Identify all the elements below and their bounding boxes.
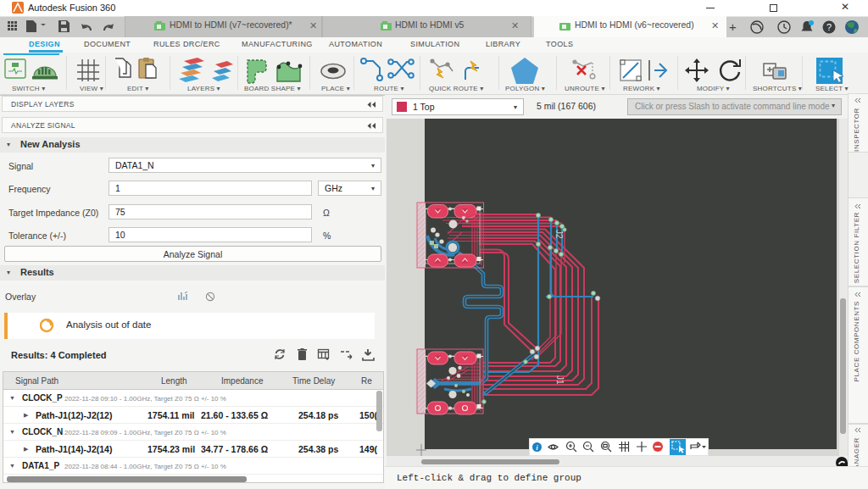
svg-text:J2: J2 (554, 230, 564, 239)
svg-text:J1: J1 (555, 375, 565, 385)
svg-text:?: ? (826, 22, 832, 32)
